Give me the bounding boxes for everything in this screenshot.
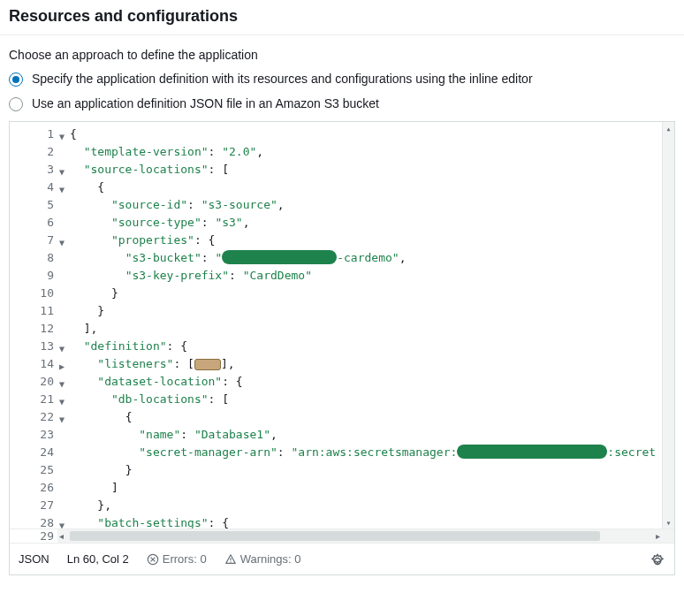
radio-button[interactable] — [9, 97, 23, 111]
editor-gutter: 1▼23▼4▼567▼8910111213▼14▶20▼21▼22▼232425… — [10, 122, 57, 529]
approach-option-1[interactable]: Use an application definition JSON file … — [9, 95, 675, 113]
code-line[interactable]: "listeners": [], — [57, 355, 662, 373]
line-number: 13▼ — [10, 338, 57, 355]
section-divider — [0, 34, 684, 35]
editor-code-area[interactable]: { "template-version": "2.0", "source-loc… — [57, 122, 662, 529]
json-punct: , — [256, 145, 263, 158]
radio-button[interactable] — [9, 72, 23, 87]
approach-option-0[interactable]: Specify the application definition with … — [9, 71, 675, 88]
json-punct: : — [201, 251, 216, 264]
json-key: "batch-settings" — [97, 516, 208, 529]
scroll-up-icon[interactable]: ▴ — [663, 122, 674, 134]
folded-region-marker[interactable] — [194, 359, 221, 370]
json-punct: : — [229, 269, 243, 282]
json-punct: { — [70, 127, 77, 141]
json-punct: : — [201, 216, 216, 229]
json-punct: , — [277, 198, 285, 211]
line-number: 28▼ — [10, 514, 57, 529]
json-key: "s3-bucket" — [125, 251, 201, 264]
redacted-value — [222, 250, 337, 264]
horizontal-scrollbar-row: 29▼ ◂ ▸ — [10, 529, 674, 543]
horizontal-scroll-thumb[interactable] — [70, 531, 600, 541]
code-line[interactable]: "template-version": "2.0", — [57, 143, 662, 161]
json-key: "definition" — [84, 339, 167, 353]
scroll-left-icon[interactable]: ◂ — [59, 531, 64, 541]
json-punct: , — [243, 216, 250, 229]
json-punct: }, — [97, 498, 111, 512]
json-string: "arn:aws:secretsmanager: — [291, 445, 457, 459]
code-line[interactable]: "source-locations": [ — [57, 161, 662, 179]
json-key: "source-id" — [111, 198, 187, 211]
json-punct: : — [209, 145, 223, 158]
editor-body[interactable]: 1▼23▼4▼567▼8910111213▼14▶20▼21▼22▼232425… — [10, 122, 674, 529]
json-punct: : { — [222, 375, 242, 388]
json-punct: : { — [209, 516, 229, 529]
line-number: 26 — [10, 479, 57, 497]
line-number: 1▼ — [10, 125, 57, 143]
code-line[interactable]: "definition": { — [57, 338, 662, 355]
json-punct: : { — [194, 233, 215, 247]
code-line[interactable]: { — [57, 125, 662, 143]
code-line[interactable]: ], — [57, 320, 662, 338]
json-key: "template-version" — [84, 145, 209, 158]
status-errors: Errors: 0 — [147, 552, 207, 566]
code-line[interactable]: "properties": { — [57, 232, 662, 249]
line-number: 12 — [10, 320, 57, 338]
json-key: "s3-key-prefix" — [125, 269, 229, 282]
json-key: "source-type" — [111, 216, 201, 229]
settings-button[interactable] — [650, 551, 665, 567]
json-punct: : [ — [209, 163, 229, 176]
json-punct: { — [97, 180, 104, 194]
line-number: 14▶ — [10, 355, 57, 373]
line-number: 7▼ — [10, 232, 57, 249]
json-string: "s3-source" — [201, 198, 277, 211]
code-line[interactable]: "s3-bucket": "-cardemo", — [57, 249, 662, 267]
json-string: "CardDemo" — [243, 269, 312, 282]
vertical-scrollbar[interactable]: ▴ ▾ — [662, 122, 674, 529]
code-line[interactable]: } — [57, 461, 662, 479]
json-string: "Database1" — [194, 428, 270, 441]
json-punct: ], — [221, 357, 235, 370]
line-number: 20▼ — [10, 373, 57, 391]
line-number: 2 — [10, 143, 57, 161]
code-line[interactable]: "name": "Database1", — [57, 426, 662, 444]
code-line[interactable]: "source-type": "s3", — [57, 214, 662, 232]
code-line[interactable]: "batch-settings": { — [57, 514, 662, 529]
code-line[interactable]: }, — [57, 497, 662, 514]
code-line[interactable]: "secret-manager-arn": "arn:aws:secretsma… — [57, 444, 662, 461]
line-number: 3▼ — [10, 161, 57, 179]
line-number: 11 — [10, 302, 57, 320]
gear-icon — [650, 551, 665, 567]
redacted-value — [457, 445, 607, 459]
code-line[interactable]: } — [57, 285, 662, 302]
json-key: "secret-manager-arn" — [139, 445, 277, 459]
json-punct: { — [125, 410, 133, 423]
status-language: JSON — [19, 552, 49, 566]
editor-status-bar: JSON Ln 60, Col 2 Errors: 0 Warnings: 0 — [10, 543, 674, 574]
code-line[interactable]: "db-locations": [ — [57, 391, 662, 408]
code-line[interactable]: { — [57, 179, 662, 196]
json-punct: ] — [111, 481, 118, 494]
json-punct: : — [180, 428, 194, 441]
code-line[interactable]: ] — [57, 479, 662, 497]
warning-icon — [224, 553, 237, 566]
json-punct: , — [270, 428, 277, 441]
radio-label: Specify the application definition with … — [32, 71, 533, 88]
code-line[interactable]: "s3-key-prefix": "CardDemo" — [57, 267, 662, 285]
radio-label: Use an application definition JSON file … — [32, 95, 379, 113]
code-line[interactable]: } — [57, 302, 662, 320]
code-line[interactable]: { — [57, 408, 662, 426]
scroll-down-icon[interactable]: ▾ — [663, 516, 674, 529]
status-warnings: Warnings: 0 — [224, 552, 301, 566]
status-cursor-position: Ln 60, Col 2 — [67, 552, 129, 566]
line-number: 25 — [10, 461, 57, 479]
scroll-right-icon[interactable]: ▸ — [656, 531, 660, 541]
line-number: 8 — [10, 249, 57, 267]
json-string: :secret — [607, 445, 656, 459]
line-number: 4▼ — [10, 179, 57, 196]
horizontal-scrollbar[interactable]: ◂ ▸ — [57, 529, 662, 543]
code-line[interactable]: "dataset-location": { — [57, 373, 662, 391]
code-line[interactable]: "source-id": "s3-source", — [57, 196, 662, 214]
gutter-last-line: 29▼ — [10, 529, 57, 543]
json-string: " — [215, 251, 222, 264]
